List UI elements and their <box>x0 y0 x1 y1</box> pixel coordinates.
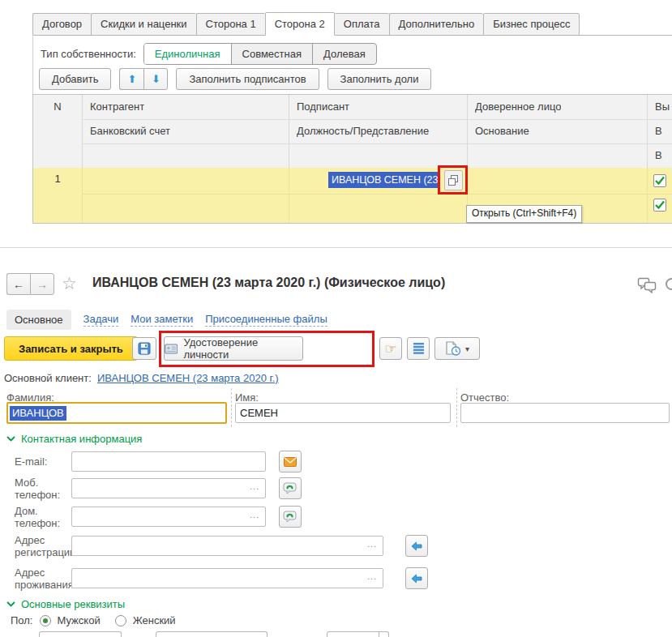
row-divider <box>82 194 672 195</box>
tab-storona2[interactable]: Сторона 2 <box>265 12 335 36</box>
ownership-option-dolevaya[interactable]: Долевая <box>312 44 376 64</box>
fill-signers-button[interactable]: Заполнить подписантов <box>176 68 319 90</box>
lastname-field[interactable]: ИВАНЦОВ <box>6 402 227 424</box>
identity-document-button[interactable]: Удостоверение личности <box>164 336 303 361</box>
discussions-icon[interactable] <box>637 277 657 296</box>
col-header-vy[interactable]: Вы <box>655 100 670 113</box>
save-button[interactable] <box>132 337 156 360</box>
table-command-bar: Добавить ⬆ ⬇ Заполнить подписантов Запол… <box>39 68 431 90</box>
row-number-cell: 1 <box>33 173 82 185</box>
home-phone-field[interactable] <box>71 507 266 527</box>
col-header-v1[interactable]: В <box>655 125 662 137</box>
pointer-action-button[interactable]: ☞ <box>379 337 402 360</box>
residence-address-choose-button[interactable]: ... <box>367 571 377 581</box>
list-lines-icon <box>413 343 424 354</box>
tab-oplata[interactable]: Оплата <box>335 13 389 36</box>
registration-address-choose-button[interactable]: ... <box>367 539 377 549</box>
col-header-podpisant[interactable]: Подписант <box>297 100 349 113</box>
main-client-row: Основной клиент: ИВАНЦОВ СЕМЕН (23 марта… <box>4 372 279 384</box>
pointing-hand-icon: ☞ <box>384 342 396 356</box>
cut-off-icon[interactable] <box>666 278 672 290</box>
col-divider <box>289 168 289 223</box>
main-requisites-section-header[interactable]: Основные реквизиты <box>6 598 125 610</box>
row-checkbox-1[interactable] <box>653 174 666 187</box>
email-field[interactable] <box>71 451 266 472</box>
ownership-option-sovmestnaya[interactable]: Совместная <box>231 44 312 64</box>
col-divider <box>289 95 289 168</box>
ownership-option-edinolichnaya[interactable]: Единоличная <box>144 44 231 64</box>
col-header-osnovanie[interactable]: Основание <box>475 125 529 137</box>
checkmark-icon <box>654 199 666 211</box>
chevron-down-icon <box>6 436 15 442</box>
middlename-field[interactable] <box>460 403 670 423</box>
favorite-star-icon[interactable]: ☆ <box>62 274 77 293</box>
col-header-dolzhnost[interactable]: Должность/Представление <box>297 125 429 137</box>
call-mobile-button[interactable] <box>279 477 302 499</box>
forward-arrow-icon: → <box>36 278 48 291</box>
main-client-label: Основной клиент: <box>4 372 92 384</box>
ownership-type-row: Тип собственности: Единоличная Совместна… <box>41 43 377 65</box>
gender-female-label[interactable]: Женский <box>133 614 176 626</box>
move-down-button[interactable]: ⬇ <box>143 68 168 90</box>
signer-cell-selected-text[interactable]: ИВАНЦОВ СЕМЕН (23 мар <box>328 172 438 188</box>
col-header-kontragent[interactable]: Контрагент <box>90 100 144 113</box>
move-up-button[interactable]: ⬆ <box>119 68 143 90</box>
send-email-button[interactable] <box>279 451 302 472</box>
tab-osnovnoe[interactable]: Основное <box>6 310 71 330</box>
tab-skidki[interactable]: Скидки и наценки <box>91 13 195 36</box>
back-button[interactable]: ← <box>6 273 30 295</box>
gender-label: Пол: <box>11 614 33 626</box>
cut-off-field[interactable] <box>39 631 122 637</box>
contact-info-section-title: Контактная информация <box>21 433 142 445</box>
header-row-divider <box>82 143 672 144</box>
copy-registration-address-button[interactable] <box>405 535 428 557</box>
envelope-icon <box>284 457 297 467</box>
col-header-v2[interactable]: В <box>655 149 662 161</box>
contact-info-section-header[interactable]: Контактная информация <box>6 433 142 445</box>
col-header-n[interactable]: N <box>33 100 82 113</box>
home-phone-choose-button[interactable]: ... <box>250 510 259 519</box>
col-header-doverennoe-lico[interactable]: Доверенное лицо <box>475 100 561 113</box>
ownership-type-label: Тип собственности: <box>41 48 136 60</box>
floppy-disk-icon <box>138 342 151 355</box>
tab-moi-zametki[interactable]: Мои заметки <box>131 313 193 327</box>
row-checkbox-2[interactable] <box>653 199 666 212</box>
mobile-phone-choose-button[interactable]: ... <box>250 481 259 491</box>
tab-prisoedinennye-fayly[interactable]: Присоединенные файлы <box>205 313 327 327</box>
tab-dogovor[interactable]: Договор <box>32 13 91 36</box>
mobile-phone-field[interactable] <box>71 478 266 498</box>
field-splitter[interactable] <box>456 388 457 427</box>
gender-radio-male[interactable] <box>40 615 51 626</box>
down-arrow-icon: ⬇ <box>152 73 161 85</box>
field-splitter[interactable] <box>231 388 232 427</box>
gender-male-label[interactable]: Мужской <box>58 614 101 626</box>
tab-dopolnitelno[interactable]: Дополнительно <box>389 13 484 36</box>
contract-tab-strip: Договор Скидки и наценки Сторона 1 Сторо… <box>32 12 672 36</box>
forward-button[interactable]: → <box>30 273 54 295</box>
tab-storona1[interactable]: Сторона 1 <box>196 13 265 36</box>
col-header-bank-account[interactable]: Банковский счет <box>90 125 170 137</box>
firstname-field[interactable] <box>235 403 451 423</box>
save-and-close-button[interactable]: Записать и закрыть <box>4 336 138 361</box>
fill-shares-button[interactable]: Заполнить доли <box>327 68 432 90</box>
gender-radio-female[interactable] <box>115 615 126 626</box>
call-home-button[interactable] <box>279 506 302 528</box>
open-record-button[interactable] <box>444 170 463 190</box>
open-in-window-icon <box>451 175 458 182</box>
form-title: ИВАНЦОВ СЕМЕН (23 марта 2020 г.) (Физиче… <box>92 276 445 290</box>
change-history-button[interactable]: ▾ <box>434 337 480 360</box>
email-label: E-mail: <box>15 455 47 468</box>
copy-residence-address-button[interactable] <box>405 567 428 589</box>
registration-address-field[interactable] <box>71 536 383 556</box>
tab-zadachi[interactable]: Задачи <box>83 313 119 327</box>
cut-off-field[interactable] <box>327 631 389 637</box>
document-clock-icon <box>445 341 461 356</box>
main-client-link[interactable]: ИВАНЦОВ СЕМЕН (23 марта 2020 г.) <box>97 372 279 384</box>
blue-left-arrow-icon <box>411 574 422 584</box>
residence-address-field[interactable] <box>71 568 383 588</box>
add-button[interactable]: Добавить <box>39 68 111 90</box>
cut-off-field[interactable] <box>156 631 268 637</box>
phone-icon <box>283 511 297 523</box>
report-list-button[interactable] <box>407 337 430 360</box>
tab-biznes-process[interactable]: Бизнес процесс <box>483 13 580 36</box>
